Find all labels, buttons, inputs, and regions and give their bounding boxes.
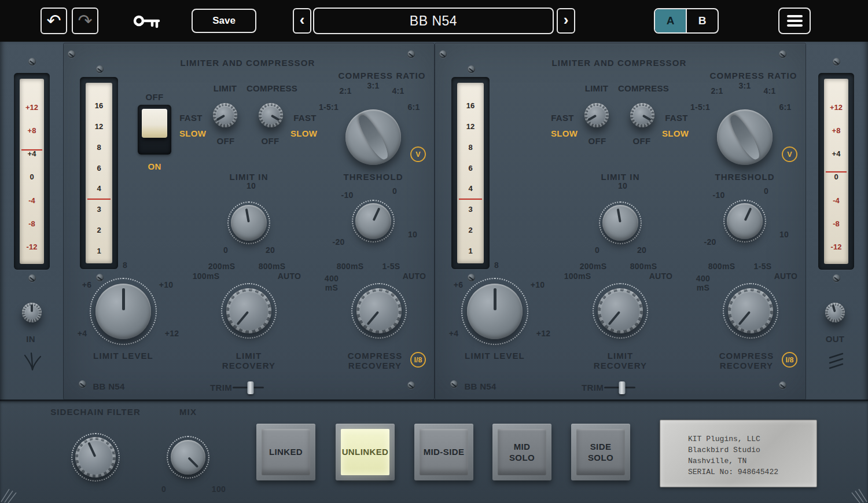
- knob-pointer: [588, 115, 597, 121]
- compress-ratio-title: COMPRESS RATIO: [339, 71, 426, 80]
- compress-recovery-knob[interactable]: [356, 288, 402, 333]
- meter-tick: 12: [466, 122, 475, 131]
- serial-plate: KIT Plugins, LLC Blackbird Studio Nashvi…: [660, 420, 817, 487]
- undo-button[interactable]: ↶: [41, 8, 67, 34]
- recovery-tick: AUTO: [403, 271, 426, 281]
- redo-button[interactable]: ↷: [72, 8, 98, 34]
- trim-slider-thumb[interactable]: [248, 381, 254, 394]
- input-level-knob[interactable]: [22, 303, 42, 322]
- ratio-tick-label: 6:1: [407, 102, 420, 112]
- limit-level-label: LIMIT LEVEL: [465, 351, 525, 361]
- compress-slow-label: SLOW: [662, 128, 689, 138]
- mix-knob[interactable]: [171, 440, 205, 475]
- channel-name-label: BB N54: [464, 381, 496, 391]
- knob-pointer: [617, 208, 621, 222]
- input-vu-meter: +12 +8 +4 0 -4 -8 -12: [14, 73, 50, 270]
- linked-button[interactable]: LINKED: [256, 424, 315, 480]
- mid-solo-button[interactable]: MID SOLO: [492, 424, 551, 480]
- limit-level-label: LIMIT LEVEL: [93, 351, 153, 361]
- vu-meter-scale: +12 +8 +4 0 -4 -8 -12: [824, 79, 848, 264]
- ab-a-button[interactable]: A: [655, 9, 687, 32]
- limit-mode-knob[interactable]: [213, 103, 237, 127]
- corner-hatch: [851, 486, 868, 503]
- threshold-tick: -20: [704, 237, 716, 247]
- vu-needle: [826, 171, 847, 172]
- threshold-knob[interactable]: [727, 203, 763, 239]
- meter-tick: 1: [97, 247, 101, 255]
- meter-tick: 3: [468, 205, 472, 214]
- redo-icon: ↷: [78, 12, 92, 30]
- limit-mode-knob[interactable]: [584, 103, 609, 127]
- knob-pointer: [832, 304, 836, 312]
- preset-next-button[interactable]: ›: [557, 8, 575, 34]
- limit-in-tick: 10: [247, 181, 256, 190]
- threshold-label: THRESHOLD: [343, 172, 403, 182]
- sidechain-filter-knob[interactable]: [75, 437, 116, 478]
- limit-recovery-knob[interactable]: [226, 288, 271, 333]
- mix-label: MIX: [179, 407, 197, 417]
- meter-tick: 6: [468, 164, 472, 172]
- vu-meter-scale: 16 12 8 6 4 3 2 1: [86, 83, 112, 263]
- plate-line: Nashville, TN: [688, 456, 816, 467]
- preset-prev-button[interactable]: ‹: [293, 8, 311, 34]
- limit-level-knob[interactable]: [95, 284, 151, 339]
- button-label: LINKED: [262, 429, 310, 475]
- button-label: SIDE SOLO: [576, 429, 625, 475]
- power-switch[interactable]: [138, 105, 171, 155]
- meter-tick: 8: [97, 143, 101, 152]
- compress-ratio-title: COMPRESS RATIO: [710, 71, 797, 80]
- preset-name-field[interactable]: BB N54: [313, 8, 554, 34]
- signature-glyph: [23, 351, 42, 372]
- save-button[interactable]: Save: [192, 9, 256, 33]
- channel-title: LIMITER AND COMPRESSOR: [552, 58, 687, 68]
- meter-tick: +8: [832, 126, 841, 135]
- mid-side-button[interactable]: MID-SIDE: [414, 424, 473, 480]
- limit-label: LIMIT: [585, 83, 609, 93]
- panel-groove: [0, 399, 868, 401]
- meter-tick: +4: [832, 149, 841, 158]
- knob-pointer: [216, 115, 226, 121]
- trim-slider[interactable]: [233, 387, 264, 388]
- plate-line: SERIAL No: 948645422: [688, 467, 816, 478]
- undo-icon: ↶: [46, 12, 61, 30]
- plate-line: KIT Plugins, LLC: [688, 434, 816, 445]
- knob-pointer: [373, 208, 380, 221]
- limit-level-knob[interactable]: [467, 284, 523, 339]
- limit-level-tick: +12: [536, 329, 551, 338]
- unlinked-button[interactable]: UNLINKED: [336, 424, 395, 480]
- recovery-tick: 400: [325, 274, 339, 283]
- limit-in-knob[interactable]: [231, 205, 267, 241]
- knob-pointer: [608, 311, 621, 325]
- side-solo-button[interactable]: SIDE SOLO: [571, 424, 630, 480]
- limit-label: LIMIT: [214, 83, 237, 93]
- compress-mode-knob[interactable]: [259, 103, 283, 127]
- screw: [407, 50, 415, 58]
- menu-button[interactable]: [778, 8, 811, 34]
- screw: [468, 65, 475, 73]
- key-icon[interactable]: [133, 12, 162, 30]
- ab-b-button[interactable]: B: [687, 9, 718, 32]
- compress-recovery-knob[interactable]: [728, 288, 773, 333]
- meter-tick: +4: [28, 149, 36, 158]
- meter-tick: 1: [468, 247, 472, 255]
- knob-pointer: [188, 457, 199, 468]
- compress-label: COMPRESS: [618, 83, 669, 93]
- limit-level-tick: +6: [454, 280, 464, 289]
- meter-tick: 2: [468, 226, 472, 234]
- limit-level-tick: +10: [531, 280, 545, 289]
- trim-label: TRIM: [210, 383, 232, 392]
- compress-mode-knob[interactable]: [630, 103, 654, 127]
- trim-slider[interactable]: [604, 387, 635, 388]
- trim-slider-thumb[interactable]: [619, 381, 626, 394]
- limit-in-knob[interactable]: [602, 205, 638, 241]
- meter-tick: -12: [27, 243, 38, 251]
- meter-tick: 0: [30, 172, 34, 181]
- threshold-knob[interactable]: [355, 203, 391, 239]
- ratio-tick-label: 1-5:1: [690, 102, 710, 112]
- meter-tick: +12: [25, 103, 38, 112]
- limit-recovery-knob[interactable]: [598, 288, 643, 333]
- compress-ratio-knob[interactable]: [345, 109, 401, 165]
- output-level-knob[interactable]: [825, 303, 845, 322]
- limit-slow-label: SLOW: [551, 128, 578, 138]
- compress-ratio-knob[interactable]: [717, 109, 773, 165]
